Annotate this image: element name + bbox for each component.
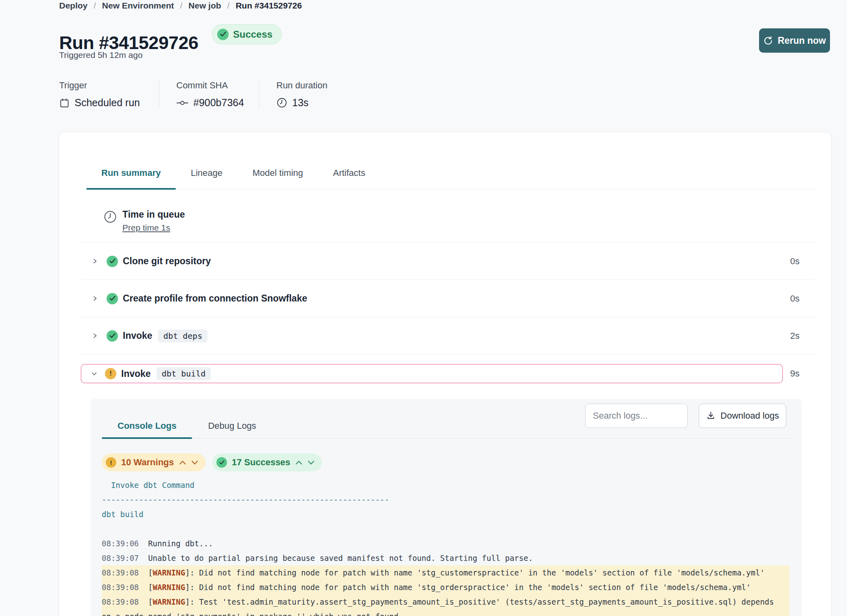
tab-artifacts[interactable]: Artifacts — [318, 168, 380, 189]
step-warning-icon: ! — [105, 368, 116, 379]
log-line-info: 08:39:06 Running dbt... — [102, 536, 789, 551]
log-line-command: dbt build — [102, 507, 789, 522]
download-logs-button[interactable]: Download logs — [699, 404, 786, 428]
success-icon — [216, 457, 227, 468]
commit-label: Commit SHA — [176, 80, 243, 91]
step-clone-git-repository[interactable]: Clone git repository 0s — [81, 242, 815, 280]
step-success-icon — [107, 256, 118, 267]
calendar-icon — [59, 98, 70, 108]
download-icon — [706, 411, 716, 421]
breadcrumb: Deploy / New Environment / New job / Run… — [59, 1, 302, 11]
step-title: Invoke — [123, 330, 152, 341]
chevron-right-icon[interactable] — [92, 258, 98, 265]
search-logs-input[interactable] — [585, 404, 688, 428]
rerun-now-button[interactable]: Rerun now — [759, 28, 830, 53]
chevron-right-icon[interactable] — [92, 333, 98, 339]
log-line-info: 08:39:07 Unable to do partial parsing be… — [102, 551, 789, 565]
trigger-label: Trigger — [59, 80, 143, 91]
step-title: Invoke — [121, 368, 151, 379]
console-logs-panel: Console Logs Debug Logs Download logs ! — [91, 399, 802, 616]
log-line-blank — [102, 522, 789, 536]
successes-next-icon[interactable] — [307, 458, 314, 466]
successes-badge-label: 17 Successes — [232, 457, 290, 468]
tab-console-logs[interactable]: Console Logs — [102, 421, 192, 438]
commit-icon — [176, 100, 188, 106]
breadcrumb-environment[interactable]: New Environment — [102, 1, 174, 11]
queue-title: Time in queue — [122, 209, 185, 220]
step-duration: 0s — [790, 256, 815, 267]
breadcrumb-separator: / — [180, 1, 182, 11]
breadcrumb-separator: / — [94, 1, 96, 11]
step-duration: 0s — [790, 293, 815, 304]
queue-clock-icon — [103, 210, 117, 233]
breadcrumb-job[interactable]: New job — [188, 1, 221, 11]
clock-icon — [276, 97, 287, 108]
step-title: Create profile from connection Snowflake — [123, 293, 307, 304]
step-duration: 2s — [790, 331, 815, 341]
log-tabs: Console Logs Debug Logs — [102, 421, 272, 438]
meta-duration: Run duration 13s — [259, 80, 344, 109]
run-detail-page: Deploy / New Environment / New job / Run… — [0, 0, 847, 616]
log-line-warning: 08:39:08 [WARNING]: Did not find matchin… — [102, 580, 789, 595]
step-invoke-dbt-build[interactable]: ! Invoke dbt build — [81, 364, 783, 383]
log-line-warning-continuation: on a node named 'stg_payments' in packag… — [102, 609, 789, 616]
chevron-down-icon[interactable] — [91, 370, 97, 377]
log-controls: Download logs — [585, 404, 786, 428]
log-line-divider: ----------------------------------------… — [102, 492, 789, 507]
tab-run-summary[interactable]: Run summary — [86, 168, 176, 189]
tab-lineage[interactable]: Lineage — [176, 168, 237, 189]
step-title: Clone git repository — [123, 256, 211, 267]
run-meta: Trigger Scheduled run Commit SHA #900b73… — [59, 80, 344, 109]
step-command-chip: dbt deps — [158, 329, 207, 342]
step-success-icon — [107, 293, 118, 304]
prep-time-link[interactable]: Prep time 1s — [122, 223, 170, 233]
status-badge-label: Success — [233, 29, 272, 40]
breadcrumb-deploy[interactable]: Deploy — [59, 1, 88, 11]
step-invoke-dbt-build-row: ! Invoke dbt build 9s — [81, 354, 815, 383]
commit-value: #900b7364 — [193, 97, 244, 109]
trigger-value: Scheduled run — [75, 97, 140, 109]
warnings-prev-icon[interactable] — [179, 458, 186, 466]
meta-commit: Commit SHA #900b7364 — [159, 80, 259, 109]
run-summary-card: Run summary Lineage Model timing Artifac… — [59, 132, 832, 616]
log-filter-badges: ! 10 Warnings 17 Successes — [102, 453, 322, 471]
warnings-next-icon[interactable] — [191, 458, 198, 466]
successes-prev-icon[interactable] — [295, 458, 302, 466]
log-line-command-header: Invoke dbt Command — [102, 478, 789, 492]
duration-label: Run duration — [276, 80, 327, 91]
download-logs-label: Download logs — [721, 411, 779, 421]
chevron-right-icon[interactable] — [92, 295, 98, 302]
log-line-warning: 08:39:08 [WARNING]: Did not find matchin… — [102, 565, 789, 580]
breadcrumb-separator: / — [227, 1, 230, 11]
meta-trigger: Trigger Scheduled run — [59, 80, 159, 109]
breadcrumb-run: Run #341529726 — [235, 1, 302, 11]
triggered-timestamp: Triggered 5h 12m ago — [59, 50, 143, 60]
step-success-icon — [107, 330, 118, 342]
duration-value: 13s — [292, 97, 308, 109]
time-in-queue-section: Time in queue Prep time 1s — [103, 209, 185, 233]
warnings-badge[interactable]: ! 10 Warnings — [102, 453, 205, 471]
status-badge: Success — [212, 24, 282, 44]
step-create-profile[interactable]: Create profile from connection Snowflake… — [81, 280, 815, 317]
rerun-now-label: Rerun now — [778, 35, 826, 46]
refresh-icon — [763, 36, 773, 46]
warning-icon: ! — [106, 457, 116, 468]
success-check-icon — [217, 29, 229, 40]
step-invoke-dbt-deps[interactable]: Invoke dbt deps 2s — [81, 317, 815, 354]
warnings-badge-label: 10 Warnings — [121, 457, 174, 468]
console-header: Console Logs Debug Logs Download logs — [102, 404, 791, 438]
run-tabs: Run summary Lineage Model timing Artifac… — [86, 168, 816, 189]
tab-model-timing[interactable]: Model timing — [237, 168, 318, 189]
log-output: Invoke dbt Command ---------------------… — [91, 478, 802, 616]
successes-badge[interactable]: 17 Successes — [212, 453, 322, 471]
steps-list: Clone git repository 0s Create profile f… — [81, 242, 815, 383]
step-duration: 9s — [790, 368, 815, 379]
log-line-warning: 08:39:08 [WARNING]: Test 'test.admin_mat… — [102, 595, 789, 609]
tab-debug-logs[interactable]: Debug Logs — [192, 421, 272, 438]
step-command-chip: dbt build — [156, 367, 211, 380]
